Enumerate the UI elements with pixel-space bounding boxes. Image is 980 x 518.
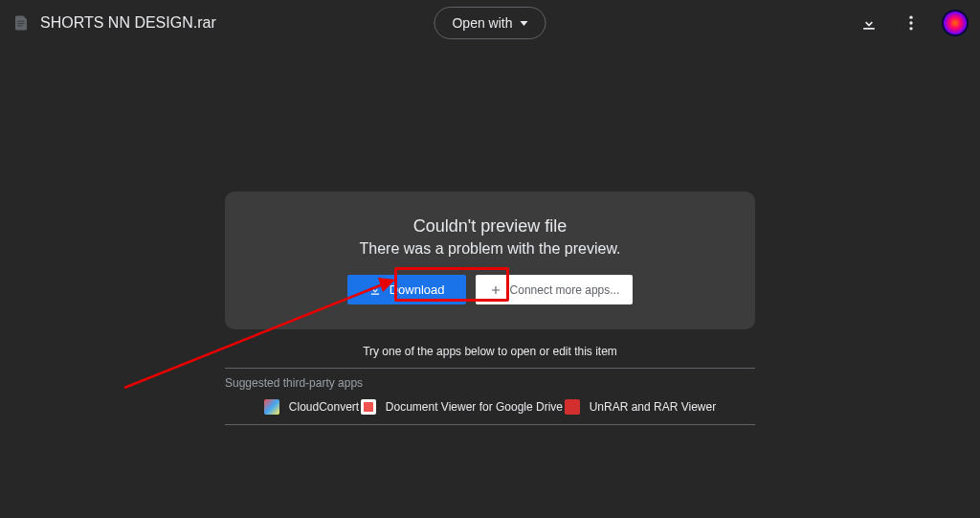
app-label: Document Viewer for Google Drive: [386, 400, 563, 414]
file-name: SHORTS NN DESIGN.rar: [40, 14, 216, 32]
app-label: CloudConvert: [289, 400, 359, 414]
preview-error-subtitle: There was a problem with the preview.: [254, 240, 726, 258]
main-content: Couldn't preview file There was a proble…: [225, 191, 755, 329]
cloudconvert-icon: [264, 399, 279, 415]
apps-row: CloudConvert Document Viewer for Google …: [225, 395, 755, 424]
svg-point-5: [909, 27, 912, 30]
chevron-down-icon: [521, 21, 528, 26]
app-unrar[interactable]: UnRAR and RAR Viewer: [565, 399, 717, 415]
svg-rect-0: [17, 21, 25, 22]
header-right: [858, 10, 969, 36]
svg-rect-1: [17, 23, 25, 24]
download-button[interactable]: Download: [347, 275, 466, 304]
download-icon-button[interactable]: [858, 11, 880, 34]
app-document-viewer[interactable]: Document Viewer for Google Drive: [361, 399, 563, 415]
download-icon: [368, 283, 382, 297]
unrar-icon: [565, 399, 580, 415]
document-viewer-icon: [361, 399, 376, 415]
file-icon: [11, 11, 31, 34]
connect-more-apps-button[interactable]: Connect more apps...: [476, 275, 634, 304]
app-cloudconvert[interactable]: CloudConvert: [264, 399, 359, 415]
svg-point-4: [909, 21, 912, 24]
plus-icon: [489, 283, 502, 297]
avatar[interactable]: [942, 10, 969, 36]
try-apps-text: Try one of the apps below to open or edi…: [225, 345, 755, 358]
svg-rect-2: [17, 25, 22, 26]
open-with-label: Open with: [452, 15, 512, 31]
preview-error-card: Couldn't preview file There was a proble…: [225, 191, 755, 329]
preview-error-title: Couldn't preview file: [254, 216, 726, 236]
header-bar: SHORTS NN DESIGN.rar Open with: [0, 0, 980, 46]
card-buttons: Download Connect more apps...: [254, 275, 726, 304]
divider-bottom: [225, 424, 755, 425]
open-with-button[interactable]: Open with: [434, 7, 546, 39]
download-button-label: Download: [390, 282, 445, 297]
more-options-button[interactable]: [900, 11, 923, 34]
suggested-apps-label: Suggested third-party apps: [225, 369, 755, 395]
suggestions-section: Try one of the apps below to open or edi…: [225, 345, 755, 425]
header-center: Open with: [434, 7, 546, 39]
header-left: SHORTS NN DESIGN.rar: [11, 11, 216, 34]
connect-button-label: Connect more apps...: [510, 283, 620, 297]
svg-point-3: [909, 16, 912, 19]
app-label: UnRAR and RAR Viewer: [590, 400, 717, 414]
